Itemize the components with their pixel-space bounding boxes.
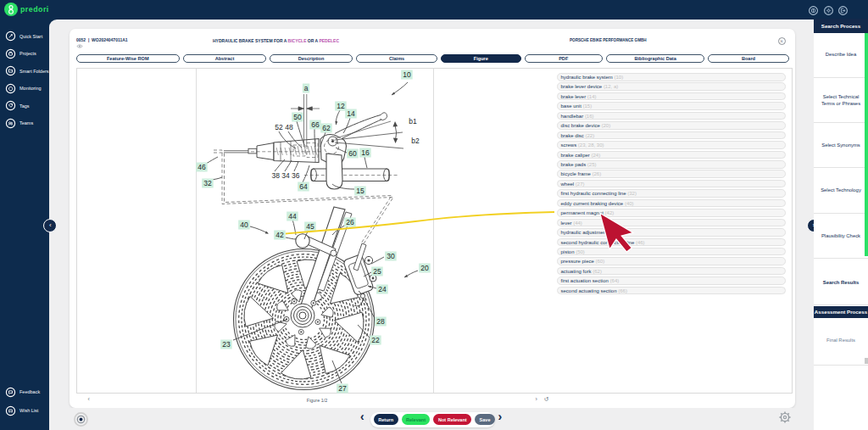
svg-text:62: 62 xyxy=(322,124,331,132)
svg-text:50: 50 xyxy=(293,113,302,121)
svg-text:64: 64 xyxy=(299,182,308,191)
svg-text:24: 24 xyxy=(378,285,387,293)
svg-text:52 48: 52 48 xyxy=(275,123,293,131)
svg-text:28: 28 xyxy=(376,317,385,326)
svg-text:16: 16 xyxy=(361,148,370,157)
svg-text:32: 32 xyxy=(203,179,212,187)
svg-text:25: 25 xyxy=(373,267,381,276)
svg-text:42: 42 xyxy=(275,231,284,239)
svg-text:66: 66 xyxy=(311,120,320,129)
svg-text:15: 15 xyxy=(356,187,364,195)
svg-text:a: a xyxy=(304,84,309,92)
svg-text:60: 60 xyxy=(348,149,357,158)
svg-text:27: 27 xyxy=(338,384,347,393)
svg-text:46: 46 xyxy=(198,163,206,171)
svg-text:10: 10 xyxy=(403,70,411,79)
svg-text:44: 44 xyxy=(288,212,297,221)
svg-text:12: 12 xyxy=(337,102,345,110)
svg-text:b1: b1 xyxy=(409,117,417,126)
svg-text:45: 45 xyxy=(306,222,314,231)
svg-text:22: 22 xyxy=(371,336,380,344)
svg-text:14: 14 xyxy=(347,109,355,118)
svg-text:38 34 36: 38 34 36 xyxy=(271,171,299,180)
svg-text:b2: b2 xyxy=(411,137,420,145)
svg-text:20: 20 xyxy=(420,264,429,272)
svg-text:23: 23 xyxy=(222,340,231,349)
svg-text:30: 30 xyxy=(387,252,395,260)
svg-text:26: 26 xyxy=(346,218,354,226)
svg-text:40: 40 xyxy=(240,221,248,229)
